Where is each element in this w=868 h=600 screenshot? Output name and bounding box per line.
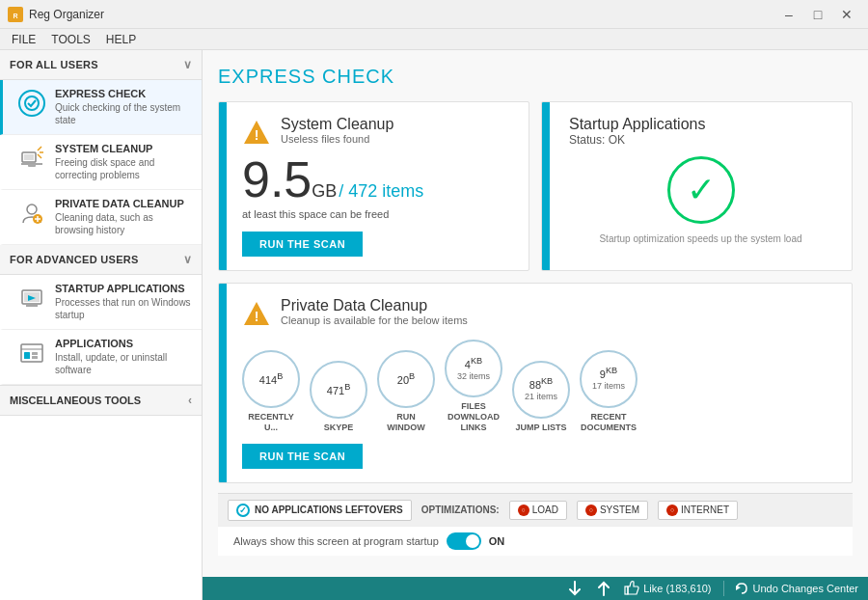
toggle-description: Always show this screen at program start… [233,535,439,547]
circle-ring-recently: 414B [242,350,300,408]
applications-title: APPLICATIONS [55,338,192,349]
menu-file[interactable]: FILE [4,31,43,48]
circle-label-recentdocs: RECENT DOCUMENTS [580,412,637,433]
content-area: EXPRESS CHECK ! [203,50,868,577]
circle-ring-filesdownload: 4KB 32 items [445,340,502,397]
circle-items-filesdownload: 32 items [457,371,490,382]
toggle-row: Always show this screen at program start… [218,526,853,556]
app-title: Reg Organizer [29,8,104,21]
chevron-left-icon: ‹ [188,394,192,407]
no-leftovers-check-icon: ✓ [236,504,250,517]
opt-system-label: SYSTEM [600,505,639,515]
page-title: EXPRESS CHECK [218,66,853,88]
express-check-text: EXPRESS CHECK Quick checking of the syst… [55,88,192,126]
circle-label-skype: SKYPE [324,423,354,433]
titlebar-left: R Reg Organizer [8,7,104,22]
private-circles: 414B RECENTLY U... 471B SKYPE [242,340,836,432]
maximize-button[interactable]: □ [804,4,831,25]
always-show-toggle[interactable] [447,532,481,550]
startup-apps-desc: Processes that run on Windows startup [55,296,192,321]
sidebar-item-startup-apps[interactable]: STARTUP APPLICATIONS Processes that run … [0,275,202,330]
optimizations-label: OPTIMIZATIONS: [421,505,500,515]
sidebar-section-all-users[interactable]: FOR ALL USERS ∨ [0,50,202,80]
undo-icon [734,581,749,596]
menu-tools[interactable]: TOOLS [43,31,97,48]
statusbar: Like (183,610) Undo Changes Center [203,577,868,600]
private-data-main-title: Private Data Cleanup [281,297,468,314]
no-leftovers-label: NO APPLICATIONS LEFTOVERS [255,505,403,515]
system-cleanup-run-btn[interactable]: RUN THE SCAN [242,232,363,257]
circle-item-runwindow: 20B RUN WINDOW [377,350,435,433]
circle-val-jumplists: 88KB [529,376,553,392]
system-cleanup-detail: / 472 items [339,181,423,201]
startup-apps-text: STARTUP APPLICATIONS Processes that run … [55,283,192,321]
main-area: FOR ALL USERS ∨ EXPRESS CHECK Quick chec… [0,50,868,600]
menu-help[interactable]: HELP [98,31,144,48]
system-cleanup-text: SYSTEM CLEANUP Freeing disk space and co… [55,143,192,181]
sidebar-section-misc-label: MISCELLANEOUS TOOLS [10,395,141,406]
circle-label-recently: RECENTLY U... [242,412,300,433]
private-data-accent [219,284,227,482]
chevron-down-icon-advanced: ∨ [183,253,192,266]
like-label: Like (183,610) [643,583,711,594]
circle-val-filesdownload: 4KB [465,356,482,371]
circle-val-recently: 414B [259,371,283,387]
sidebar-section-misc[interactable]: MISCELLANEOUS TOOLS ‹ [0,385,202,416]
opt-load-button[interactable]: ○ LOAD [509,501,567,520]
svg-rect-19 [32,356,38,359]
svg-rect-18 [32,352,38,355]
system-cleanup-title-text: System Cleanup Useless files found [281,116,393,145]
applications-desc: Install, update, or uninstall software [55,351,192,376]
applications-text: APPLICATIONS Install, update, or uninsta… [55,338,192,376]
close-button[interactable]: ✕ [833,4,860,25]
system-cleanup-num: 9.5 [242,151,312,207]
undo-changes-center-button[interactable]: Undo Changes Center [723,581,858,596]
like-button[interactable]: Like (183,610) [624,581,711,596]
sidebar-item-applications[interactable]: APPLICATIONS Install, update, or uninsta… [0,330,202,385]
startup-check-circle: ✓ [667,156,735,224]
sidebar-item-private-data[interactable]: PRIVATE DATA CLEANUP Cleaning data, such… [0,190,202,245]
sidebar-section-all-users-label: FOR ALL USERS [10,59,98,70]
private-data-run-btn[interactable]: RUN THE SCAN [242,444,363,469]
circle-ring-jumplists: 88KB 21 items [512,361,570,419]
svg-rect-17 [24,352,30,359]
sidebar-section-advanced-label: FOR ADVANCED USERS [10,254,139,265]
opt-load-label: LOAD [532,505,558,515]
minimize-button[interactable]: – [775,4,802,25]
circle-ring-skype: 471B [310,361,367,419]
right-content: EXPRESS CHECK ! [203,50,868,600]
private-data-icon [16,198,47,229]
system-cleanup-card: ! System Cleanup Useless files found 9.5… [218,101,529,271]
opt-internet-button[interactable]: ○ INTERNET [658,501,738,520]
status-icon-1 [566,580,583,597]
circle-ring-runwindow: 20B [377,350,435,408]
circle-val-skype: 471B [327,382,350,397]
private-data-title-text: Private Data Cleanup Cleanup is availabl… [281,297,468,326]
window-controls: – □ ✕ [775,4,860,25]
startup-apps-accent [542,102,550,270]
opt-internet-label: INTERNET [681,505,729,515]
startup-apps-card: Startup Applications Status: OK ✓ Startu… [541,101,853,271]
startup-apps-status: Status: OK [569,133,832,147]
startup-apps-body: Startup Applications Status: OK ✓ Startu… [550,102,852,270]
system-cleanup-number: 9.5GB/ 472 items [242,154,513,205]
options-bar: ✓ NO APPLICATIONS LEFTOVERS OPTIMIZATION… [218,493,853,526]
private-data-body: ! Private Data Cleanup Cleanup is availa… [227,284,852,482]
thumbs-up-icon [624,581,639,596]
circle-item-recently: 414B RECENTLY U... [242,350,300,433]
sidebar-item-system-cleanup[interactable]: SYSTEM CLEANUP Freeing disk space and co… [0,135,202,190]
system-cleanup-accent [219,102,227,270]
svg-text:!: ! [255,127,259,143]
svg-rect-4 [24,154,34,160]
warning-icon: ! [242,118,271,147]
circle-item-filesdownload: 4KB 32 items FILES DOWNLOAD LINKS [445,340,502,432]
sidebar-item-express-check[interactable]: EXPRESS CHECK Quick checking of the syst… [0,80,202,135]
opt-load-icon: ○ [518,505,529,516]
svg-point-2 [25,96,39,110]
system-cleanup-main-title: System Cleanup [281,116,393,133]
circle-item-recentdocs: 9KB 17 items RECENT DOCUMENTS [580,350,637,433]
sidebar-section-advanced[interactable]: FOR ADVANCED USERS ∨ [0,245,202,275]
opt-system-button[interactable]: ○ SYSTEM [577,501,648,520]
no-leftovers-badge: ✓ NO APPLICATIONS LEFTOVERS [228,500,412,521]
chevron-down-icon: ∨ [183,58,192,71]
